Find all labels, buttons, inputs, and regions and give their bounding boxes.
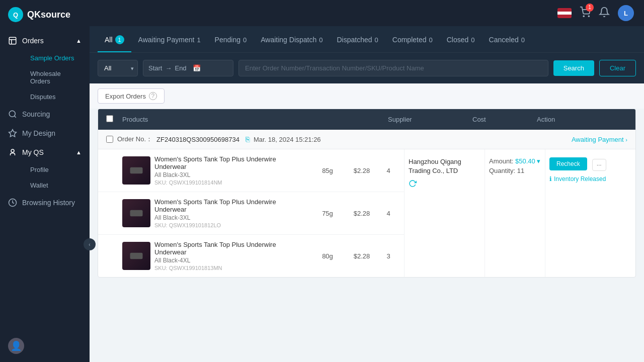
amount-dropdown-icon[interactable]: ▾	[537, 157, 540, 165]
product-sku-3: SKU: QSWX199101813MN	[154, 265, 308, 271]
tab-all[interactable]: All 1	[98, 26, 131, 52]
filter-bar: All Start → End 📅 Search Clear	[90, 53, 644, 83]
orders-table: Products Supplier Cost Action Order No.：…	[98, 109, 636, 278]
search-input[interactable]	[238, 60, 548, 76]
quantity-row: Quantity: 11	[489, 167, 541, 174]
sidebar-collapse-btn[interactable]: ‹	[84, 238, 96, 250]
myqs-icon	[8, 148, 17, 157]
sidebar-item-wallet[interactable]: Wallet	[22, 177, 90, 193]
sourcing-icon	[8, 110, 17, 119]
product-price-1: $2.28	[347, 167, 377, 174]
supplier-name: Hangzhou Qigang Trading Co., LTD	[409, 157, 480, 175]
col-supplier: Supplier	[388, 116, 468, 123]
svg-line-4	[14, 116, 16, 117]
order-status[interactable]: Awaiting Payment ›	[572, 136, 627, 143]
language-flag[interactable]	[557, 8, 572, 18]
order-products-area: Women's Sports Tank Top Plus Underwire U…	[98, 149, 635, 277]
tab-pending[interactable]: Pending 0	[208, 26, 254, 52]
tab-awaiting-payment-count: 1	[197, 36, 200, 44]
sidebar-myqs-label: My QS	[22, 148, 44, 156]
sidebar-item-disputes[interactable]: Disputes	[22, 89, 90, 105]
product-weight-3: 80g	[312, 252, 343, 260]
product-weight-1: 85g	[312, 167, 343, 174]
tab-completed[interactable]: Completed 0	[385, 26, 440, 52]
date-range-picker[interactable]: Start → End 📅	[143, 60, 233, 76]
notification-icon[interactable]	[599, 7, 610, 20]
product-info-3: Women's Sports Tank Top Plus Underwire U…	[154, 241, 308, 271]
col-cost: Cost	[472, 116, 533, 123]
browsing-history-icon	[8, 198, 17, 207]
sidebar-nav: Orders ▲ Sample Orders Wholesale Orders …	[0, 29, 90, 214]
sidebar-sourcing-label: Sourcing	[22, 110, 50, 118]
amount-value[interactable]: $50.40	[515, 157, 535, 165]
top-nav: 1 L	[90, 0, 644, 26]
order-checkbox[interactable]	[106, 136, 113, 143]
tab-completed-count: 0	[429, 36, 432, 44]
order-number: ZF240318QS300950698734	[156, 136, 239, 143]
tab-dispatched[interactable]: Dispatched 0	[330, 26, 385, 52]
tab-closed[interactable]: Closed 0	[440, 26, 482, 52]
tab-canceled[interactable]: Canceled 0	[482, 26, 532, 52]
logo[interactable]: Q QKsource	[0, 0, 90, 29]
sidebar-item-browsing-history[interactable]: Browsing History	[0, 193, 90, 212]
sidebar-item-my-qs[interactable]: My QS ▲	[0, 143, 90, 162]
action-buttons: Recheck ···	[549, 157, 631, 172]
cart-icon-wrapper[interactable]: 1	[580, 7, 591, 20]
product-sku-1: SKU: QSWX199101814NM	[154, 179, 308, 186]
export-row: Export Orders ?	[90, 83, 644, 109]
select-all-checkbox[interactable]	[106, 115, 113, 122]
product-weight-2: 75g	[312, 210, 343, 217]
sidebar-item-profile[interactable]: Profile	[22, 162, 90, 177]
clear-button[interactable]: Clear	[599, 60, 636, 76]
tab-pending-count: 0	[243, 36, 247, 44]
status-select[interactable]: All	[98, 60, 138, 76]
tab-all-badge: 1	[115, 35, 124, 44]
product-row-3: Women's Sports Tank Top Plus Underwire U…	[98, 235, 404, 277]
action-col: Recheck ··· ℹ Inventory Released	[545, 149, 635, 277]
svg-point-3	[9, 111, 15, 117]
header-checkbox-cell	[106, 115, 118, 124]
sidebar-item-orders[interactable]: Orders ▲	[0, 31, 90, 50]
user-avatar-nav[interactable]: L	[618, 5, 634, 21]
search-input-wrap	[238, 60, 548, 76]
tabs-bar: All 1 Awaiting Payment 1 Pending 0 Await…	[90, 26, 644, 53]
orders-chevron: ▲	[76, 38, 82, 44]
product-price-2: $2.28	[347, 210, 377, 217]
sidebar-item-wholesale-orders[interactable]: Wholesale Orders	[22, 66, 90, 89]
logo-icon: Q	[8, 7, 23, 22]
export-orders-button[interactable]: Export Orders ?	[98, 88, 165, 104]
sidebar-bottom: 👤	[0, 330, 90, 362]
sidebar-mydesign-label: My Design	[22, 129, 55, 137]
supplier-refresh-icon[interactable]	[409, 179, 480, 190]
copy-icon[interactable]: ⎘	[246, 135, 250, 143]
order-status-arrow: ›	[625, 137, 627, 143]
product-price-3: $2.28	[347, 252, 377, 260]
design-icon	[8, 129, 17, 138]
tab-awaiting-dispatch[interactable]: Awaiting Dispatch 0	[254, 26, 330, 52]
svg-point-5	[11, 149, 14, 152]
sidebar-item-sourcing[interactable]: Sourcing	[0, 105, 90, 124]
status-select-wrapper: All	[98, 60, 138, 76]
col-products: Products	[122, 116, 384, 123]
main-content: 1 L All 1 Awaiting Payment 1	[90, 0, 644, 362]
product-name-2: Women's Sports Tank Top Plus Underwire U…	[154, 198, 308, 213]
more-options-button[interactable]: ···	[592, 159, 606, 171]
product-variant-1: All Black-3XL	[154, 171, 308, 178]
orders-icon	[8, 36, 17, 45]
tab-canceled-count: 0	[521, 36, 525, 44]
sidebar-item-sample-orders[interactable]: Sample Orders	[22, 50, 90, 66]
product-name-1: Women's Sports Tank Top Plus Underwire U…	[154, 155, 308, 170]
product-qty-1: 4	[381, 167, 396, 174]
quantity-value: 11	[517, 167, 524, 174]
sidebar: Q QKsource Orders ▲ Sample Orders Wholes…	[0, 0, 90, 362]
supplier-col: Hangzhou Qigang Trading Co., LTD	[404, 149, 485, 277]
date-start: Start	[148, 64, 162, 72]
recheck-button[interactable]: Recheck	[549, 157, 587, 170]
export-help-icon[interactable]: ?	[149, 92, 157, 100]
search-button[interactable]: Search	[553, 60, 594, 76]
table-header: Products Supplier Cost Action	[98, 109, 635, 130]
tab-awaiting-payment[interactable]: Awaiting Payment 1	[131, 26, 208, 52]
product-qty-2: 4	[381, 210, 396, 217]
sidebar-item-my-design[interactable]: My Design	[0, 124, 90, 143]
order-row-header: Order No.： ZF240318QS300950698734 ⎘ Mar.…	[98, 130, 635, 149]
